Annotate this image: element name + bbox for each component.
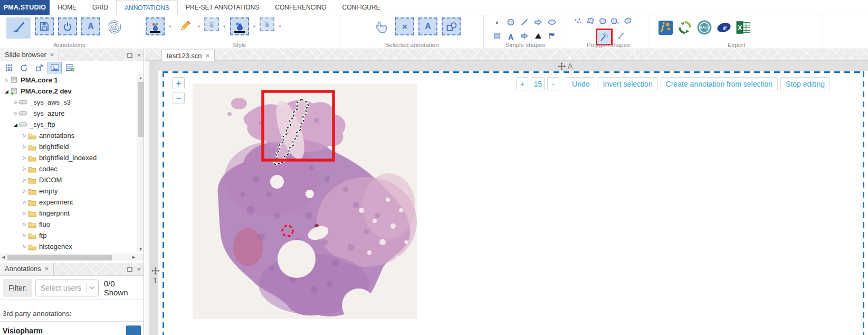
e-logo-export-button[interactable]: e — [716, 20, 732, 35]
document-tab[interactable]: test123.scn × — [161, 50, 215, 61]
tree-item-folder[interactable]: ▷annotations — [0, 130, 137, 141]
dropdown-caret-icon[interactable]: ▾ — [169, 24, 171, 29]
tolerance-decrease-button[interactable]: - — [547, 77, 559, 90]
circle-shape-button[interactable] — [507, 18, 515, 29]
scroll-left-icon[interactable]: ◀ — [0, 254, 7, 260]
fingerprint-button[interactable] — [104, 17, 125, 36]
menu-tab-preset-annotations[interactable]: PRE-SET ANNOTATIONS — [178, 0, 267, 15]
expand-collapsed-icon[interactable]: ▷ — [21, 200, 28, 204]
close-icon[interactable]: × — [45, 265, 49, 272]
arrow2-shape-button[interactable] — [520, 32, 529, 42]
expand-expanded-icon[interactable]: ◢ — [12, 122, 19, 127]
open-external-button[interactable] — [32, 62, 46, 73]
arrow-shape-button[interactable] — [534, 18, 542, 29]
tree-item-folder[interactable]: ▷empty — [0, 185, 137, 197]
halo-export-button[interactable]: HALO — [697, 20, 712, 35]
zoom-out-button[interactable]: − — [173, 92, 185, 104]
annotation-labels-button[interactable]: A — [81, 17, 100, 35]
save-annotations-button[interactable] — [35, 17, 54, 35]
stroke-color-2-button[interactable] — [260, 17, 274, 31]
tree-item-folder[interactable]: ▷histogenex — [0, 241, 137, 252]
expand-collapsed-icon[interactable]: ▷ — [21, 155, 28, 160]
excel-export-button[interactable]: X — [736, 20, 751, 35]
tree-item-folder[interactable]: ▷ftp — [0, 230, 137, 241]
thumbnail-view-button[interactable] — [47, 62, 62, 73]
tree-item-server[interactable]: ◢ PMA.core.2 dev — [0, 86, 137, 97]
expand-collapsed-icon[interactable]: ▷ — [3, 78, 10, 82]
maximize-icon[interactable] — [127, 53, 132, 58]
rectangle-shape-button[interactable] — [493, 32, 501, 42]
flag-shape-button[interactable] — [548, 32, 556, 42]
tree-item-folder[interactable]: ▷brightfield_indexed — [0, 152, 137, 163]
refresh-button[interactable] — [17, 62, 31, 73]
expand-collapsed-icon[interactable]: ▷ — [12, 100, 19, 105]
stroke-color-button[interactable] — [204, 17, 219, 31]
dropdown-caret-icon[interactable]: ▾ — [198, 24, 201, 29]
stop-editing-button[interactable]: Stop editing — [780, 77, 830, 90]
text-shape-button[interactable]: A — [508, 33, 513, 41]
menu-tab-annotations[interactable]: ANNOTATIONS — [116, 0, 178, 15]
tree-item-drive[interactable]: ▷ _sys_aws_s3 — [0, 97, 137, 108]
expand-collapsed-icon[interactable]: ▷ — [21, 244, 28, 249]
polygon-shape-button[interactable] — [586, 17, 595, 27]
dropdown-caret-icon[interactable]: ▾ — [223, 24, 226, 29]
annotations-panel-tab[interactable]: Annotations × — [0, 263, 54, 275]
tree-item-folder[interactable]: ▷fluo — [0, 219, 137, 230]
tree-item-folder[interactable]: ▷experiment — [0, 197, 137, 208]
annotations-onoff-button[interactable] — [58, 17, 77, 35]
expand-collapsed-icon[interactable]: ▷ — [12, 111, 19, 116]
close-icon[interactable]: × — [50, 51, 54, 58]
viewport-handle[interactable] — [151, 267, 159, 277]
freehand-shape-button[interactable] — [598, 17, 607, 27]
point-shape-button[interactable] — [493, 18, 501, 29]
select-users-dropdown[interactable]: Select users — [35, 280, 99, 296]
maximize-icon[interactable] — [127, 267, 132, 272]
closed-freehand-button[interactable] — [623, 17, 633, 27]
annotation-layer-handle[interactable]: A — [558, 62, 573, 70]
pencil-style-button[interactable] — [176, 17, 194, 35]
expand-collapsed-icon[interactable]: ▷ — [21, 144, 28, 149]
menu-tab-conferencing[interactable]: CONFERENCING — [267, 0, 334, 15]
panel-splitter[interactable] — [145, 61, 149, 335]
vendor-toggle-button[interactable] — [126, 325, 141, 335]
tree-item-server[interactable]: ▷ PMA.core 1 — [0, 75, 137, 86]
expand-collapsed-icon[interactable]: ▷ — [21, 133, 28, 138]
tree-item-folder[interactable]: ▷DICOM — [0, 174, 137, 185]
dropdown-caret-icon[interactable]: ▾ — [279, 24, 281, 29]
fill-color-2-button[interactable] — [230, 17, 249, 35]
slide-image[interactable] — [193, 83, 417, 321]
expand-collapsed-icon[interactable]: ▷ — [21, 233, 28, 238]
tree-vertical-scrollbar[interactable]: ▲ ▼ — [137, 75, 144, 252]
create-annotation-from-selection-button[interactable]: Create annotation from selection — [661, 77, 778, 90]
expand-expanded-icon[interactable]: ◢ — [3, 89, 10, 94]
expand-collapsed-icon[interactable]: ▷ — [21, 222, 28, 227]
visiopharm-export-button[interactable] — [657, 20, 673, 35]
scroll-up-icon[interactable]: ▲ — [137, 75, 144, 81]
dropdown-caret-icon[interactable]: ▾ — [253, 24, 256, 29]
scroll-down-icon[interactable]: ▼ — [137, 246, 144, 252]
tree-item-folder[interactable]: ▷fingerprint — [0, 208, 137, 219]
expand-collapsed-icon[interactable]: ▷ — [21, 211, 28, 216]
tolerance-value-button[interactable]: 15 — [531, 77, 545, 90]
tolerance-increase-button[interactable]: + — [516, 77, 528, 90]
expand-collapsed-icon[interactable]: ▷ — [21, 189, 28, 193]
undo-button[interactable]: Undo — [567, 77, 595, 90]
line-shape-button[interactable] — [520, 18, 529, 29]
tree-item-drive[interactable]: ▷ _sys_azure — [0, 108, 137, 119]
tree-item-drive[interactable]: ◢ _sys_ftp — [0, 119, 137, 130]
invert-selection-button[interactable]: Invert selection — [598, 77, 658, 90]
tree-horizontal-scrollbar[interactable]: ◀ ▶ — [0, 254, 137, 260]
zoom-in-button[interactable]: + — [173, 77, 185, 89]
tree-item-folder[interactable]: ▷codec — [0, 163, 137, 174]
slide-browser-tab[interactable]: Slide browser × — [0, 49, 59, 61]
menu-tab-grid[interactable]: GRID — [84, 0, 116, 15]
draw-annotation-button[interactable] — [6, 17, 31, 39]
delete-annotation-button[interactable]: × — [395, 17, 414, 35]
scrollbar-thumb[interactable] — [7, 255, 112, 260]
tree-item-folder[interactable]: ▷brightfield — [0, 141, 137, 152]
ellipse-shape-button[interactable] — [548, 18, 556, 29]
multipoint-shape-button[interactable] — [574, 17, 583, 27]
grid-view-button[interactable] — [2, 62, 16, 73]
compound-freehand-button[interactable]: c — [610, 17, 621, 27]
scrollbar-thumb[interactable] — [138, 82, 144, 137]
